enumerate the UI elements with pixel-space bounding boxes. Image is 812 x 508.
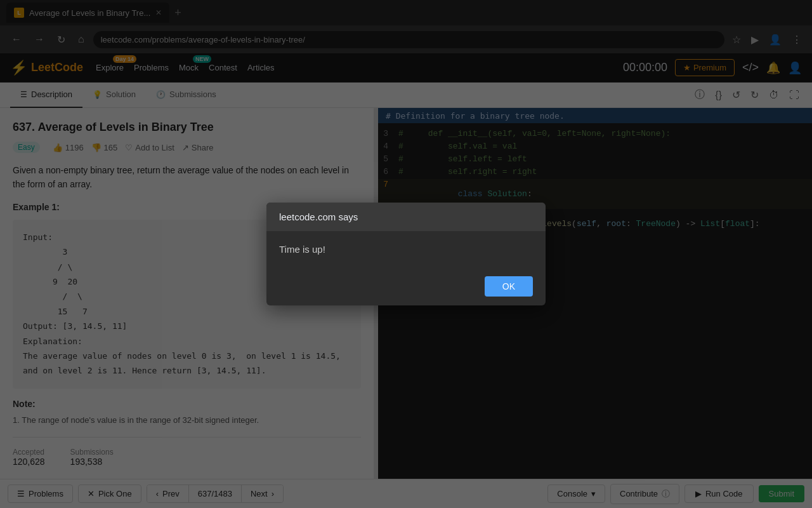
modal-body: Time is up! [266,231,546,267]
modal-footer: OK [266,267,546,305]
modal-message: Time is up! [279,244,325,255]
modal-header: leetcode.com says [266,203,546,231]
modal-dialog: leetcode.com says Time is up! OK [266,203,546,305]
modal-ok-button[interactable]: OK [485,276,533,297]
modal-overlay: leetcode.com says Time is up! OK [0,0,812,508]
modal-title: leetcode.com says [279,211,358,222]
